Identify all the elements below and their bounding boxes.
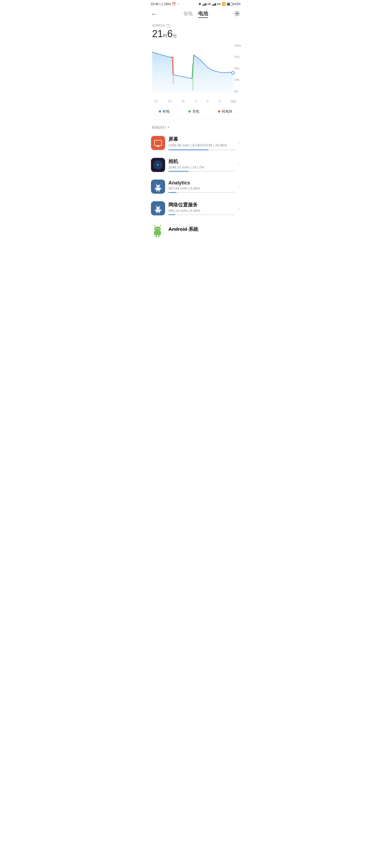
analytics-progress-fill <box>168 192 176 193</box>
svg-rect-29 <box>155 187 156 189</box>
bar4 <box>215 3 216 6</box>
legend-charge: 充电 <box>189 109 199 114</box>
tab-power-save[interactable]: 省电 <box>183 10 193 18</box>
svg-rect-59 <box>158 235 159 237</box>
minutes-unit: 分 <box>173 33 177 38</box>
hours-unit: 时 <box>163 33 167 38</box>
svg-rect-42 <box>156 207 160 209</box>
network-app-name: 网络位置服务 <box>168 202 235 208</box>
svg-rect-52 <box>154 227 161 231</box>
screen-app-name: 屏幕 <box>168 136 235 143</box>
svg-point-44 <box>159 208 159 208</box>
x-label-21: 21 <box>181 99 185 104</box>
ranking-header[interactable]: 耗电排行 ∨ <box>147 121 244 132</box>
y-label-75: 75% <box>234 56 241 59</box>
svg-rect-58 <box>156 235 157 237</box>
usage-section: 使用时长 ? 21时6分 <box>147 20 244 41</box>
usage-label: 使用时长 ? <box>152 23 239 28</box>
svg-rect-48 <box>157 212 157 214</box>
svg-point-27 <box>159 186 159 186</box>
svg-rect-32 <box>159 190 160 192</box>
app-item-screen[interactable]: 屏幕 1909.38 mAh | 4小时52分钟 | 25.86% › <box>147 132 244 154</box>
camera-progress-fill <box>168 171 189 172</box>
analytics-chevron: › <box>239 184 240 189</box>
android-app-name: Android 系统 <box>168 226 237 232</box>
status-bar: 10:46 | 1.2M/s ⏰ ··· ✱ HD HD 📶 43% <box>147 0 244 7</box>
discharge-label: 耗电 <box>163 109 170 114</box>
network-app-icon <box>151 201 165 215</box>
app-item-camera[interactable]: 相机 1046.10 mAh | 14.17% › <box>147 154 244 176</box>
android-app-info: Android 系统 <box>165 226 240 234</box>
analytics-progress-bar <box>168 192 235 193</box>
bar4 <box>205 3 206 6</box>
usage-hours: 21 <box>152 28 163 39</box>
camera-app-icon <box>151 158 165 172</box>
battery-chart <box>149 44 242 98</box>
x-label-6: 6 <box>219 99 221 104</box>
alarm-icon: ⏰ ··· <box>172 2 179 6</box>
svg-rect-46 <box>155 209 156 211</box>
camera-app-info: 相机 1046.10 mAh | 14.17% <box>165 158 239 172</box>
svg-rect-47 <box>161 209 161 211</box>
x-label-3: 3 <box>207 99 208 104</box>
time: 10:46 <box>150 2 159 6</box>
help-icon[interactable]: ? <box>166 24 170 28</box>
svg-point-53 <box>156 228 157 229</box>
status-icons: ✱ HD HD 📶 43% <box>198 2 241 6</box>
svg-point-14 <box>157 164 159 166</box>
chart-y-labels: 100% 75% 50% 25% 0% <box>234 44 242 93</box>
chart-section: 100% 75% 50% 25% 0% <box>147 44 244 104</box>
x-label-0: 0 <box>195 99 197 104</box>
legend-discharge: 耗电 <box>159 109 170 114</box>
y-label-0: 0% <box>234 90 241 93</box>
svg-line-51 <box>160 225 161 227</box>
analytics-icon-svg <box>153 182 163 192</box>
x-label-15: 15 <box>155 99 158 104</box>
usage-time: 21时6分 <box>152 29 239 39</box>
svg-rect-25 <box>156 185 160 187</box>
svg-rect-30 <box>161 187 161 189</box>
bar2 <box>203 4 204 6</box>
svg-rect-31 <box>157 190 157 192</box>
app-item-android[interactable]: Android 系统 <box>147 219 244 239</box>
network-app-info: 网络位置服务 480.14 mAh | 6.50% <box>165 202 239 215</box>
bar3 <box>204 3 205 6</box>
y-label-25: 25% <box>234 79 241 82</box>
header-tabs: 省电 电池 <box>183 10 208 18</box>
network-app-stats: 480.14 mAh | 6.50% <box>168 209 235 213</box>
camera-app-stats: 1046.10 mAh | 14.17% <box>168 165 235 169</box>
battery-fill <box>227 3 230 5</box>
screen-chevron: › <box>239 141 240 145</box>
network-progress-bar <box>168 214 235 215</box>
camera-progress-bar <box>168 171 235 172</box>
header: ← 省电 电池 <box>147 7 244 20</box>
app-item-analytics[interactable]: Analytics 507.68 mAh | 6.88% › <box>147 176 244 197</box>
charge-label: 充电 <box>192 109 199 114</box>
android-app-icon <box>151 223 165 237</box>
x-label-18: 18 <box>168 99 171 104</box>
back-button[interactable]: ← <box>151 11 157 17</box>
fast-discharge-label: 耗电快 <box>222 109 232 114</box>
hd-badge-2: HD <box>217 3 221 5</box>
app-item-network[interactable]: 网络位置服务 480.14 mAh | 6.50% › <box>147 197 244 219</box>
screen-app-info: 屏幕 1909.38 mAh | 4小时52分钟 | 25.86% <box>165 136 239 150</box>
svg-line-50 <box>154 225 155 227</box>
tab-battery[interactable]: 电池 <box>198 10 208 18</box>
y-label-50: 50% <box>234 67 241 70</box>
bar3 <box>214 3 215 6</box>
chart-x-labels: 15 18 21 0 3 6 现在 <box>149 98 242 104</box>
battery-percent: 43% <box>234 2 241 6</box>
charge-dot <box>189 111 191 113</box>
svg-point-43 <box>157 208 158 208</box>
svg-rect-45 <box>156 209 160 212</box>
svg-rect-49 <box>159 212 160 214</box>
android-logo-svg <box>151 223 165 237</box>
settings-icon[interactable] <box>234 10 240 18</box>
bluetooth-icon: ✱ <box>198 2 201 6</box>
ranking-chevron: ∨ <box>167 126 169 129</box>
x-label-now: 现在 <box>230 99 236 104</box>
svg-point-26 <box>157 186 158 186</box>
bar2 <box>213 4 214 6</box>
app-list: 屏幕 1909.38 mAh | 4小时52分钟 | 25.86% › 相机 1… <box>147 132 244 239</box>
fast-discharge-dot <box>218 111 220 113</box>
